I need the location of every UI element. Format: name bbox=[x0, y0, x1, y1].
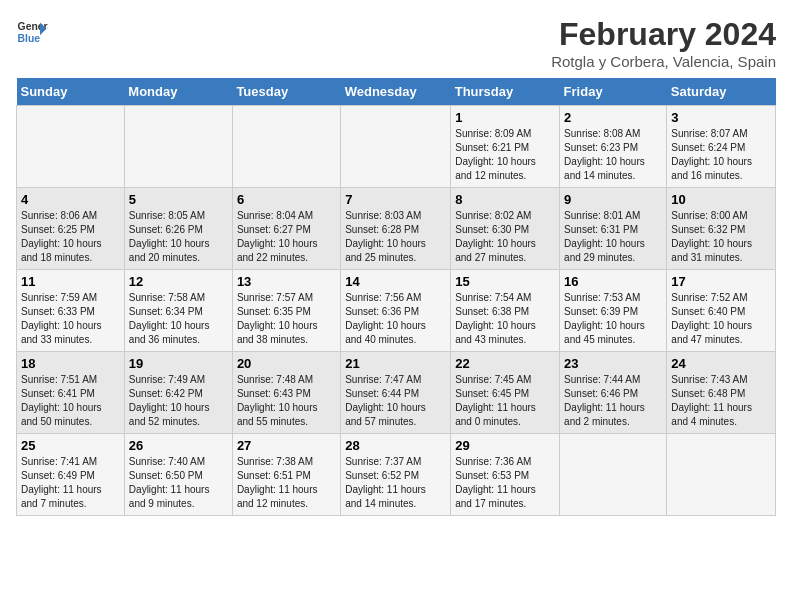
month-title: February 2024 bbox=[551, 16, 776, 53]
day-info: Sunrise: 8:07 AM Sunset: 6:24 PM Dayligh… bbox=[671, 127, 771, 183]
day-number: 13 bbox=[237, 274, 336, 289]
day-number: 5 bbox=[129, 192, 228, 207]
calendar-cell: 5Sunrise: 8:05 AM Sunset: 6:26 PM Daylig… bbox=[124, 188, 232, 270]
day-number: 19 bbox=[129, 356, 228, 371]
calendar-week-row: 4Sunrise: 8:06 AM Sunset: 6:25 PM Daylig… bbox=[17, 188, 776, 270]
day-header: Saturday bbox=[667, 78, 776, 106]
day-info: Sunrise: 7:52 AM Sunset: 6:40 PM Dayligh… bbox=[671, 291, 771, 347]
day-info: Sunrise: 7:36 AM Sunset: 6:53 PM Dayligh… bbox=[455, 455, 555, 511]
day-number: 3 bbox=[671, 110, 771, 125]
calendar-week-row: 1Sunrise: 8:09 AM Sunset: 6:21 PM Daylig… bbox=[17, 106, 776, 188]
calendar-cell bbox=[232, 106, 340, 188]
day-number: 4 bbox=[21, 192, 120, 207]
calendar-cell: 27Sunrise: 7:38 AM Sunset: 6:51 PM Dayli… bbox=[232, 434, 340, 516]
day-info: Sunrise: 7:41 AM Sunset: 6:49 PM Dayligh… bbox=[21, 455, 120, 511]
calendar-cell bbox=[124, 106, 232, 188]
calendar-cell: 22Sunrise: 7:45 AM Sunset: 6:45 PM Dayli… bbox=[451, 352, 560, 434]
calendar-cell: 28Sunrise: 7:37 AM Sunset: 6:52 PM Dayli… bbox=[341, 434, 451, 516]
day-number: 7 bbox=[345, 192, 446, 207]
day-number: 10 bbox=[671, 192, 771, 207]
day-number: 11 bbox=[21, 274, 120, 289]
calendar-week-row: 18Sunrise: 7:51 AM Sunset: 6:41 PM Dayli… bbox=[17, 352, 776, 434]
calendar-cell: 18Sunrise: 7:51 AM Sunset: 6:41 PM Dayli… bbox=[17, 352, 125, 434]
calendar-cell: 14Sunrise: 7:56 AM Sunset: 6:36 PM Dayli… bbox=[341, 270, 451, 352]
day-number: 2 bbox=[564, 110, 662, 125]
day-info: Sunrise: 8:09 AM Sunset: 6:21 PM Dayligh… bbox=[455, 127, 555, 183]
calendar-cell: 17Sunrise: 7:52 AM Sunset: 6:40 PM Dayli… bbox=[667, 270, 776, 352]
calendar-cell: 23Sunrise: 7:44 AM Sunset: 6:46 PM Dayli… bbox=[560, 352, 667, 434]
calendar-week-row: 11Sunrise: 7:59 AM Sunset: 6:33 PM Dayli… bbox=[17, 270, 776, 352]
location-title: Rotgla y Corbera, Valencia, Spain bbox=[551, 53, 776, 70]
calendar-cell: 15Sunrise: 7:54 AM Sunset: 6:38 PM Dayli… bbox=[451, 270, 560, 352]
day-info: Sunrise: 7:54 AM Sunset: 6:38 PM Dayligh… bbox=[455, 291, 555, 347]
page-header: General Blue February 2024 Rotgla y Corb… bbox=[16, 16, 776, 70]
calendar-cell: 16Sunrise: 7:53 AM Sunset: 6:39 PM Dayli… bbox=[560, 270, 667, 352]
day-info: Sunrise: 8:05 AM Sunset: 6:26 PM Dayligh… bbox=[129, 209, 228, 265]
calendar-cell: 21Sunrise: 7:47 AM Sunset: 6:44 PM Dayli… bbox=[341, 352, 451, 434]
day-info: Sunrise: 7:40 AM Sunset: 6:50 PM Dayligh… bbox=[129, 455, 228, 511]
calendar-table: SundayMondayTuesdayWednesdayThursdayFrid… bbox=[16, 78, 776, 516]
day-info: Sunrise: 7:48 AM Sunset: 6:43 PM Dayligh… bbox=[237, 373, 336, 429]
calendar-cell bbox=[667, 434, 776, 516]
logo-icon: General Blue bbox=[16, 16, 48, 48]
day-number: 20 bbox=[237, 356, 336, 371]
day-header: Tuesday bbox=[232, 78, 340, 106]
day-info: Sunrise: 8:03 AM Sunset: 6:28 PM Dayligh… bbox=[345, 209, 446, 265]
day-number: 9 bbox=[564, 192, 662, 207]
calendar-cell: 12Sunrise: 7:58 AM Sunset: 6:34 PM Dayli… bbox=[124, 270, 232, 352]
day-info: Sunrise: 7:43 AM Sunset: 6:48 PM Dayligh… bbox=[671, 373, 771, 429]
day-number: 18 bbox=[21, 356, 120, 371]
calendar-cell: 8Sunrise: 8:02 AM Sunset: 6:30 PM Daylig… bbox=[451, 188, 560, 270]
day-info: Sunrise: 8:00 AM Sunset: 6:32 PM Dayligh… bbox=[671, 209, 771, 265]
day-info: Sunrise: 8:08 AM Sunset: 6:23 PM Dayligh… bbox=[564, 127, 662, 183]
calendar-cell: 9Sunrise: 8:01 AM Sunset: 6:31 PM Daylig… bbox=[560, 188, 667, 270]
calendar-cell: 6Sunrise: 8:04 AM Sunset: 6:27 PM Daylig… bbox=[232, 188, 340, 270]
day-number: 6 bbox=[237, 192, 336, 207]
day-info: Sunrise: 7:56 AM Sunset: 6:36 PM Dayligh… bbox=[345, 291, 446, 347]
day-info: Sunrise: 7:47 AM Sunset: 6:44 PM Dayligh… bbox=[345, 373, 446, 429]
calendar-cell: 25Sunrise: 7:41 AM Sunset: 6:49 PM Dayli… bbox=[17, 434, 125, 516]
calendar-cell: 1Sunrise: 8:09 AM Sunset: 6:21 PM Daylig… bbox=[451, 106, 560, 188]
svg-text:Blue: Blue bbox=[18, 33, 41, 44]
day-number: 17 bbox=[671, 274, 771, 289]
day-header: Thursday bbox=[451, 78, 560, 106]
day-info: Sunrise: 8:06 AM Sunset: 6:25 PM Dayligh… bbox=[21, 209, 120, 265]
day-header: Monday bbox=[124, 78, 232, 106]
day-number: 12 bbox=[129, 274, 228, 289]
day-number: 28 bbox=[345, 438, 446, 453]
calendar-cell: 4Sunrise: 8:06 AM Sunset: 6:25 PM Daylig… bbox=[17, 188, 125, 270]
day-header: Friday bbox=[560, 78, 667, 106]
calendar-cell: 7Sunrise: 8:03 AM Sunset: 6:28 PM Daylig… bbox=[341, 188, 451, 270]
day-number: 8 bbox=[455, 192, 555, 207]
day-info: Sunrise: 7:49 AM Sunset: 6:42 PM Dayligh… bbox=[129, 373, 228, 429]
calendar-cell: 11Sunrise: 7:59 AM Sunset: 6:33 PM Dayli… bbox=[17, 270, 125, 352]
day-info: Sunrise: 7:44 AM Sunset: 6:46 PM Dayligh… bbox=[564, 373, 662, 429]
day-number: 1 bbox=[455, 110, 555, 125]
calendar-cell: 29Sunrise: 7:36 AM Sunset: 6:53 PM Dayli… bbox=[451, 434, 560, 516]
day-number: 16 bbox=[564, 274, 662, 289]
day-number: 21 bbox=[345, 356, 446, 371]
day-info: Sunrise: 8:02 AM Sunset: 6:30 PM Dayligh… bbox=[455, 209, 555, 265]
day-number: 14 bbox=[345, 274, 446, 289]
day-number: 24 bbox=[671, 356, 771, 371]
calendar-cell: 3Sunrise: 8:07 AM Sunset: 6:24 PM Daylig… bbox=[667, 106, 776, 188]
day-info: Sunrise: 7:58 AM Sunset: 6:34 PM Dayligh… bbox=[129, 291, 228, 347]
day-number: 29 bbox=[455, 438, 555, 453]
day-info: Sunrise: 7:51 AM Sunset: 6:41 PM Dayligh… bbox=[21, 373, 120, 429]
calendar-cell: 19Sunrise: 7:49 AM Sunset: 6:42 PM Dayli… bbox=[124, 352, 232, 434]
calendar-cell: 2Sunrise: 8:08 AM Sunset: 6:23 PM Daylig… bbox=[560, 106, 667, 188]
day-number: 22 bbox=[455, 356, 555, 371]
calendar-cell: 20Sunrise: 7:48 AM Sunset: 6:43 PM Dayli… bbox=[232, 352, 340, 434]
calendar-cell bbox=[17, 106, 125, 188]
day-number: 25 bbox=[21, 438, 120, 453]
calendar-cell: 13Sunrise: 7:57 AM Sunset: 6:35 PM Dayli… bbox=[232, 270, 340, 352]
calendar-cell bbox=[341, 106, 451, 188]
day-info: Sunrise: 7:57 AM Sunset: 6:35 PM Dayligh… bbox=[237, 291, 336, 347]
calendar-week-row: 25Sunrise: 7:41 AM Sunset: 6:49 PM Dayli… bbox=[17, 434, 776, 516]
title-section: February 2024 Rotgla y Corbera, Valencia… bbox=[551, 16, 776, 70]
day-number: 15 bbox=[455, 274, 555, 289]
day-info: Sunrise: 7:37 AM Sunset: 6:52 PM Dayligh… bbox=[345, 455, 446, 511]
calendar-cell: 26Sunrise: 7:40 AM Sunset: 6:50 PM Dayli… bbox=[124, 434, 232, 516]
day-info: Sunrise: 7:53 AM Sunset: 6:39 PM Dayligh… bbox=[564, 291, 662, 347]
days-header-row: SundayMondayTuesdayWednesdayThursdayFrid… bbox=[17, 78, 776, 106]
